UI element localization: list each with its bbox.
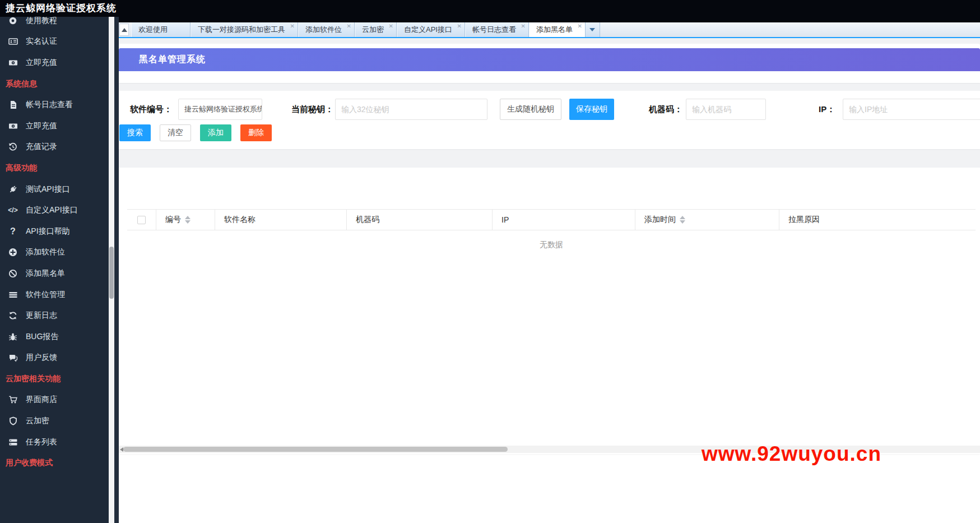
sidebar-item-test-api[interactable]: 测试API接口 (0, 179, 114, 200)
sidebar-item-label: 界面商店 (26, 395, 57, 405)
tab-label: 欢迎使用 (138, 25, 168, 35)
sidebar-item-recharge-history[interactable]: 充值记录 (0, 137, 114, 158)
ip-input[interactable] (843, 99, 980, 120)
sidebar-item-label: 帐号日志查看 (26, 100, 73, 110)
tab-label: 自定义API接口 (404, 25, 452, 35)
search-button[interactable]: 搜索 (119, 124, 151, 141)
page-title: 黑名单管理系统 (119, 54, 206, 66)
tabs: 欢迎使用 下载一对接源码和加密工具 ✕ 添加软件位 ✕ 云加密 ✕ 自定义API… (131, 22, 600, 37)
top-header-bar: 捷云鲸网络验证授权系统 (0, 0, 980, 17)
save-key-button[interactable]: 保存秘钥 (569, 99, 614, 120)
sidebar-item-bug-report[interactable]: BUG报告 (0, 326, 114, 348)
tab-label: 云加密 (362, 25, 384, 35)
header-cell-ip: IP (493, 210, 635, 230)
tab-download-sdk[interactable]: 下载一对接源码和加密工具 ✕ (191, 22, 298, 37)
sidebar-scrollbar-thumb[interactable] (109, 247, 114, 299)
sidebar-item-recharge2[interactable]: 立即充值 (0, 115, 114, 137)
close-icon[interactable]: ✕ (347, 24, 351, 29)
tab-account-log[interactable]: 帐号日志查看 ✕ (465, 22, 529, 37)
scroll-up-button[interactable] (119, 24, 129, 36)
sidebar-menu: 使用教程 实名认证 立即充值 系统信息 帐号日志查看 (0, 17, 114, 474)
cart-icon (7, 395, 19, 405)
sidebar-item-feedback[interactable]: 用户反馈 (0, 348, 114, 369)
sidebar-item-label: 充值记录 (26, 142, 57, 152)
sidebar-item-label: 实名认证 (26, 36, 57, 47)
sidebar-section-billing-mode: 用户收费模式 (0, 452, 114, 474)
list-icon (7, 290, 19, 300)
sidebar-item-add-blacklist[interactable]: 添加黑名单 (0, 263, 114, 284)
sidebar-item-api-help[interactable]: ? API接口帮助 (0, 221, 114, 242)
tab-add-blacklist-active[interactable]: 添加黑名单 ✕ (529, 22, 586, 37)
close-icon[interactable]: ✕ (521, 24, 526, 29)
clear-button[interactable]: 清空 (160, 124, 191, 141)
close-icon[interactable]: ✕ (457, 24, 462, 29)
current-key-input[interactable] (335, 99, 487, 120)
generate-key-button[interactable]: 生成随机秘钥 (500, 99, 561, 120)
code-icon: </> (7, 205, 19, 215)
horizontal-scrollbar-thumb[interactable] (123, 447, 508, 452)
add-button[interactable]: 添加 (200, 124, 231, 141)
tab-label: 添加软件位 (305, 25, 342, 35)
sort-arrows-icon[interactable] (680, 216, 685, 224)
sidebar-item-label: 用户反馈 (26, 353, 57, 363)
close-icon[interactable]: ✕ (389, 24, 393, 29)
tab-custom-api[interactable]: 自定义API接口 ✕ (397, 22, 465, 37)
software-id-select[interactable]: 捷云鲸网络验证授权系统 (178, 99, 262, 120)
sidebar-item-ui-store[interactable]: 界面商店 (0, 390, 114, 411)
plug-icon (7, 184, 19, 195)
triangle-up-icon (122, 28, 127, 32)
file-icon (7, 100, 19, 110)
sidebar-item-label: 自定义API接口 (26, 205, 78, 215)
sidebar-item-account-log[interactable]: 帐号日志查看 (0, 94, 114, 115)
delete-button[interactable]: 删除 (240, 124, 272, 141)
tab-welcome[interactable]: 欢迎使用 (131, 22, 191, 37)
current-key-label: 当前秘钥： (291, 99, 333, 120)
sidebar-item-task-list[interactable]: 任务列表 (0, 432, 114, 453)
tab-label: 帐号日志查看 (472, 25, 516, 35)
sort-arrows-icon[interactable] (185, 216, 191, 224)
sidebar-item-label: 添加黑名单 (26, 269, 65, 279)
sidebar-section-cloud-encrypt: 云加密相关功能 (0, 368, 114, 390)
column-label: 拉黑原因 (788, 215, 820, 225)
sidebar-item-label: 云加密 (26, 416, 49, 426)
blacklist-table: 编号 软件名称 机器码 IP 添加时间 拉黑原因 (127, 209, 976, 250)
blacklist-table-card: 编号 软件名称 机器码 IP 添加时间 拉黑原因 (119, 168, 980, 454)
blacklist-card-header: 黑名单管理系统 (119, 44, 980, 83)
banknote-icon (7, 58, 19, 68)
close-icon[interactable]: ✕ (578, 24, 582, 29)
tab-add-software[interactable]: 添加软件位 ✕ (298, 22, 355, 37)
sidebar-item-custom-api[interactable]: </> 自定义API接口 (0, 200, 114, 221)
sidebar-item-label: 测试API接口 (26, 184, 70, 195)
tab-overflow-dropdown[interactable] (586, 22, 600, 37)
sidebar-item-tutorial[interactable]: 使用教程 (0, 17, 114, 31)
sidebar-item-changelog[interactable]: 更新日志 (0, 305, 114, 326)
sidebar-item-label: 更新日志 (26, 311, 57, 321)
sidebar-item-label: BUG报告 (26, 332, 58, 342)
sidebar-item-label: 任务列表 (26, 437, 57, 447)
sidebar-section-system-info: 系统信息 (0, 73, 114, 95)
question-icon: ? (7, 226, 19, 237)
plus-circle-icon (7, 247, 19, 257)
table-header-row: 编号 软件名称 机器码 IP 添加时间 拉黑原因 (127, 209, 976, 230)
tab-bar: 欢迎使用 下载一对接源码和加密工具 ✕ 添加软件位 ✕ 云加密 ✕ 自定义API… (119, 22, 980, 37)
machine-code-input[interactable] (686, 99, 766, 120)
sidebar-item-cloud-encrypt[interactable]: 云加密 (0, 410, 114, 432)
history-icon (7, 142, 19, 152)
sidebar-item-software-manage[interactable]: 软件位管理 (0, 284, 114, 306)
sidebar-edge-divider (114, 17, 119, 523)
column-label: 添加时间 (644, 215, 676, 225)
refresh-icon (7, 311, 19, 321)
id-card-icon (7, 36, 19, 47)
shield-icon (7, 416, 19, 426)
site-watermark: www.92wuyou.cn (702, 442, 881, 466)
sidebar-item-add-software[interactable]: 添加软件位 (0, 242, 114, 263)
close-icon[interactable]: ✕ (290, 24, 295, 29)
header-cell-add-time: 添加时间 (635, 210, 779, 230)
sidebar-item-recharge[interactable]: 立即充值 (0, 52, 114, 73)
header-cell-ban-reason: 拉黑原因 (779, 210, 976, 230)
bug-icon (7, 332, 19, 342)
select-all-checkbox[interactable] (137, 216, 146, 224)
headset-icon (7, 17, 19, 26)
tab-cloud-encrypt[interactable]: 云加密 ✕ (355, 22, 397, 37)
sidebar-item-realname[interactable]: 实名认证 (0, 31, 114, 53)
